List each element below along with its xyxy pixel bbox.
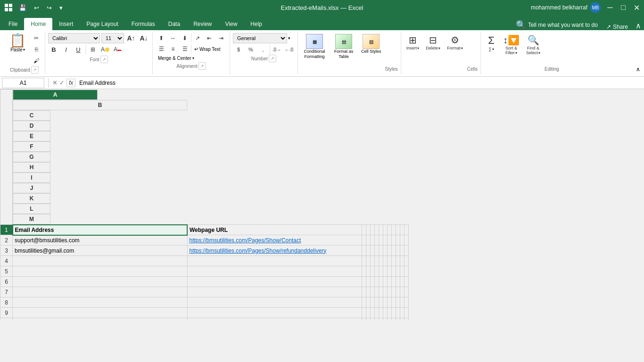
cell-L5[interactable]: [400, 266, 404, 277]
row-num-3[interactable]: 3: [0, 246, 13, 256]
row-num-7[interactable]: 7: [0, 287, 13, 297]
font-increase-btn[interactable]: A↑: [125, 33, 137, 43]
cell-K10[interactable]: [396, 318, 400, 321]
align-top-btn[interactable]: ⬆: [156, 33, 167, 43]
help-search-icon[interactable]: 🔍: [516, 20, 526, 30]
tell-me-label[interactable]: Tell me what you want to do: [528, 22, 598, 28]
tab-file[interactable]: File: [2, 18, 24, 30]
cell-L3[interactable]: [400, 246, 404, 256]
cell-C3[interactable]: [362, 246, 366, 256]
cell-F2[interactable]: [374, 235, 379, 246]
cell-E8[interactable]: [370, 297, 374, 308]
cell-J2[interactable]: [391, 235, 396, 246]
cell-M7[interactable]: [404, 287, 408, 297]
cell-J1[interactable]: [391, 225, 396, 235]
delete-btn[interactable]: ⊟ Delete▾: [423, 33, 443, 52]
insert-btn[interactable]: ⊞ Insert▾: [404, 33, 422, 52]
cell-A10[interactable]: [13, 318, 188, 321]
cell-I4[interactable]: [387, 256, 391, 266]
cell-M10[interactable]: [404, 318, 408, 321]
ribbon-expand-btn[interactable]: ∧: [636, 66, 640, 74]
row-num-8[interactable]: 8: [0, 297, 13, 308]
tab-view[interactable]: View: [219, 18, 244, 30]
cell-I9[interactable]: [387, 308, 391, 318]
cell-F9[interactable]: [374, 308, 379, 318]
col-header-d[interactable]: D: [13, 121, 50, 131]
cell-C9[interactable]: [362, 308, 366, 318]
cell-J6[interactable]: [391, 277, 396, 287]
cell-A4[interactable]: [13, 256, 188, 266]
cell-B8[interactable]: [187, 297, 362, 308]
col-header-e[interactable]: E: [13, 131, 50, 141]
cell-K5[interactable]: [396, 266, 400, 277]
cell-H7[interactable]: [383, 287, 387, 297]
name-box[interactable]: [2, 78, 44, 88]
cell-K2[interactable]: [396, 235, 400, 246]
cell-H5[interactable]: [383, 266, 387, 277]
cell-B10[interactable]: [187, 318, 362, 321]
tab-review[interactable]: Review: [187, 18, 218, 30]
cell-D7[interactable]: [366, 287, 370, 297]
indent-increase-btn[interactable]: ⇥: [215, 33, 227, 43]
col-header-b[interactable]: B: [13, 100, 187, 110]
formula-cancel-btn[interactable]: ✕: [52, 79, 58, 86]
cell-G2[interactable]: [379, 235, 383, 246]
cell-M1[interactable]: [404, 225, 408, 235]
cell-G8[interactable]: [379, 297, 383, 308]
row-num-5[interactable]: 5: [0, 266, 13, 277]
cell-A5[interactable]: [13, 266, 188, 277]
restore-btn[interactable]: □: [619, 4, 627, 11]
italic-btn[interactable]: I: [60, 44, 72, 55]
font-size-select[interactable]: 11: [101, 33, 124, 43]
cell-E6[interactable]: [370, 277, 374, 287]
cell-H4[interactable]: [383, 256, 387, 266]
cell-F7[interactable]: [374, 287, 379, 297]
cell-E10[interactable]: [370, 318, 374, 321]
cell-D5[interactable]: [366, 266, 370, 277]
indent-decrease-btn[interactable]: ⇤: [204, 33, 215, 43]
cell-L4[interactable]: [400, 256, 404, 266]
cell-K6[interactable]: [396, 277, 400, 287]
bold-btn[interactable]: B: [48, 44, 59, 55]
cell-G10[interactable]: [379, 318, 383, 321]
ribbon-collapse-btn[interactable]: ∧: [633, 21, 644, 30]
cell-A7[interactable]: [13, 287, 188, 297]
merge-center-btn[interactable]: Merge & Center ▾: [156, 55, 197, 62]
align-middle-btn[interactable]: ↔: [167, 33, 179, 43]
cell-M6[interactable]: [404, 277, 408, 287]
cell-J9[interactable]: [391, 308, 396, 318]
cell-C10[interactable]: [362, 318, 366, 321]
cell-H10[interactable]: [383, 318, 387, 321]
col-header-g[interactable]: G: [13, 152, 50, 162]
cell-A3[interactable]: bmsutilities@gmail.com: [13, 246, 188, 256]
row-num-1[interactable]: 1: [0, 225, 13, 235]
cell-A6[interactable]: [13, 277, 188, 287]
row-num-9[interactable]: 9: [0, 308, 13, 318]
cell-D8[interactable]: [366, 297, 370, 308]
text-angle-btn[interactable]: ↗: [192, 33, 203, 43]
cell-F6[interactable]: [374, 277, 379, 287]
cell-G4[interactable]: [379, 256, 383, 266]
format-btn[interactable]: ⚙ Format▾: [445, 33, 465, 52]
save-qat-btn[interactable]: 💾: [17, 3, 28, 12]
cell-M2[interactable]: [404, 235, 408, 246]
font-name-select[interactable]: Calibri: [48, 33, 100, 43]
border-btn[interactable]: ⊞: [87, 44, 99, 55]
cell-M5[interactable]: [404, 266, 408, 277]
sum-btn[interactable]: Σ ∑▾: [484, 33, 499, 53]
cell-B4[interactable]: [187, 256, 362, 266]
sort-filter-btn[interactable]: ↕🔽 Sort & Filter▾: [501, 33, 522, 57]
cell-H6[interactable]: [383, 277, 387, 287]
cell-H8[interactable]: [383, 297, 387, 308]
row-num-4[interactable]: 4: [0, 256, 13, 266]
underline-btn[interactable]: U: [73, 44, 84, 55]
cell-D2[interactable]: [366, 235, 370, 246]
format-as-table-btn[interactable]: ▤ Format as Table: [330, 33, 357, 60]
cell-D9[interactable]: [366, 308, 370, 318]
undo-qat-btn[interactable]: ↩: [32, 3, 41, 12]
col-header-m[interactable]: M: [13, 214, 50, 224]
cell-L8[interactable]: [400, 297, 404, 308]
cell-I2[interactable]: [387, 235, 391, 246]
cell-styles-btn[interactable]: ▧ Cell Styles: [359, 33, 383, 55]
cell-G6[interactable]: [379, 277, 383, 287]
